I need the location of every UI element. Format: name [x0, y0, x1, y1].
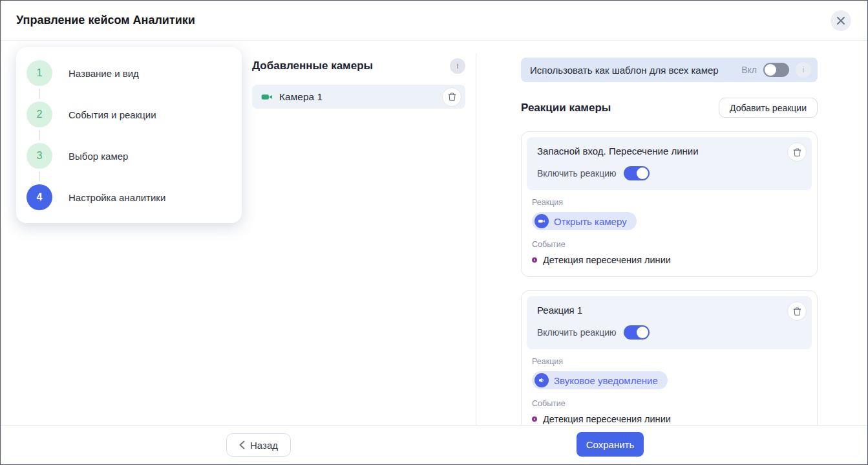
event-field-label: Событие: [532, 399, 807, 408]
step-label: Выбор камер: [69, 151, 128, 162]
toggle-knob: [637, 327, 648, 338]
added-cameras-panel: Добавленные камеры i Камера 1: [252, 41, 465, 109]
step-connector: [39, 89, 40, 99]
camera-icon: [535, 214, 549, 228]
toggle-knob: [765, 64, 776, 76]
reaction-chip-label: Звуковое уведомление: [554, 375, 658, 386]
delete-reaction-button[interactable]: [787, 142, 807, 162]
reaction-chip-label: Открыть камеру: [554, 216, 627, 227]
dialog-footer: Назад Сохранить: [1, 425, 867, 464]
reaction-card-header: Реакция 1 Включить реакцию: [527, 296, 812, 349]
enable-reaction-toggle[interactable]: [624, 166, 650, 180]
reaction-title: Запасной вход. Пересечение линии: [537, 146, 804, 157]
stepper-step-3[interactable]: 3 Выбор камер: [26, 143, 242, 169]
enable-reaction-label: Включить реакцию: [537, 168, 617, 178]
event-ring-icon: [532, 416, 537, 422]
trash-icon: [792, 147, 802, 157]
step-label: Настройка аналитики: [69, 192, 165, 203]
event-name: Детекция пересечения линии: [543, 414, 671, 424]
stepper-card: 1 Название и вид 2 События и реакции 3 В…: [16, 47, 242, 223]
camera-list-item[interactable]: Камера 1: [252, 85, 465, 109]
step-connector: [39, 171, 40, 182]
trash-icon: [447, 92, 457, 102]
template-toggle-label: Использовать как шаблон для всех камер: [530, 65, 719, 76]
close-icon: [836, 16, 845, 25]
event-ring-icon: [532, 257, 537, 263]
close-button[interactable]: [831, 10, 851, 31]
reaction-field-label: Реакция: [532, 198, 807, 207]
enable-reaction-toggle[interactable]: [624, 325, 650, 340]
added-cameras-heading: Добавленные камеры: [252, 59, 373, 72]
reaction-field-label: Реакция: [532, 357, 807, 366]
column-divider: [476, 54, 476, 426]
event-row: Детекция пересечения линии: [532, 414, 807, 424]
speaker-icon: [535, 373, 549, 387]
step-number-badge: 2: [26, 102, 52, 127]
info-icon[interactable]: i: [796, 62, 811, 78]
reaction-card-header: Запасной вход. Пересечение линии Включит…: [527, 137, 812, 190]
reaction-title: Реакция 1: [537, 305, 804, 316]
step-label: Название и вид: [69, 68, 139, 79]
reaction-chip[interactable]: Звуковое уведомление: [532, 371, 668, 389]
chevron-left-icon: [239, 440, 245, 449]
dialog-header: Управление кейсом Аналитики: [1, 1, 867, 41]
trash-icon: [792, 307, 802, 316]
enable-reaction-label: Включить реакцию: [537, 327, 617, 338]
stepper-step-2[interactable]: 2 События и реакции: [26, 102, 242, 127]
toggle-state-label: Вкл: [741, 65, 757, 75]
event-name: Детекция пересечения линии: [543, 255, 671, 265]
step-label: События и реакции: [69, 109, 156, 120]
back-button[interactable]: Назад: [226, 433, 291, 457]
page-title: Управление кейсом Аналитики: [16, 1, 195, 40]
stepper-step-4[interactable]: 4 Настройка аналитики: [26, 184, 242, 210]
info-icon[interactable]: i: [450, 58, 465, 74]
reaction-card: Запасной вход. Пересечение линии Включит…: [521, 131, 818, 277]
step-number-badge: 1: [26, 60, 52, 86]
add-reactions-button[interactable]: Добавить реакции: [719, 98, 818, 118]
back-button-label: Назад: [250, 440, 278, 451]
delete-camera-button[interactable]: [442, 87, 461, 107]
step-number-badge: 3: [26, 143, 52, 169]
stepper-step-1[interactable]: 1 Название и вид: [26, 60, 242, 86]
video-camera-icon: [260, 91, 273, 103]
step-connector: [39, 130, 40, 140]
camera-settings-panel: Использовать как шаблон для всех камер В…: [521, 41, 818, 436]
analytics-case-dialog: Управление кейсом Аналитики 1 Название и…: [0, 0, 868, 465]
delete-reaction-button[interactable]: [787, 301, 807, 321]
reaction-card: Реакция 1 Включить реакцию Реакция: [521, 290, 818, 436]
event-field-label: Событие: [532, 240, 807, 249]
toggle-knob: [637, 168, 648, 179]
reactions-heading: Реакции камеры: [521, 102, 611, 114]
template-toggle-bar: Использовать как шаблон для всех камер В…: [521, 58, 818, 82]
save-button[interactable]: Сохранить: [577, 432, 644, 457]
reaction-chip[interactable]: Открыть камеру: [532, 212, 637, 230]
step-number-badge: 4: [26, 184, 52, 210]
camera-name: Камера 1: [279, 91, 323, 103]
event-row: Детекция пересечения линии: [532, 255, 807, 265]
template-toggle[interactable]: [763, 63, 789, 77]
